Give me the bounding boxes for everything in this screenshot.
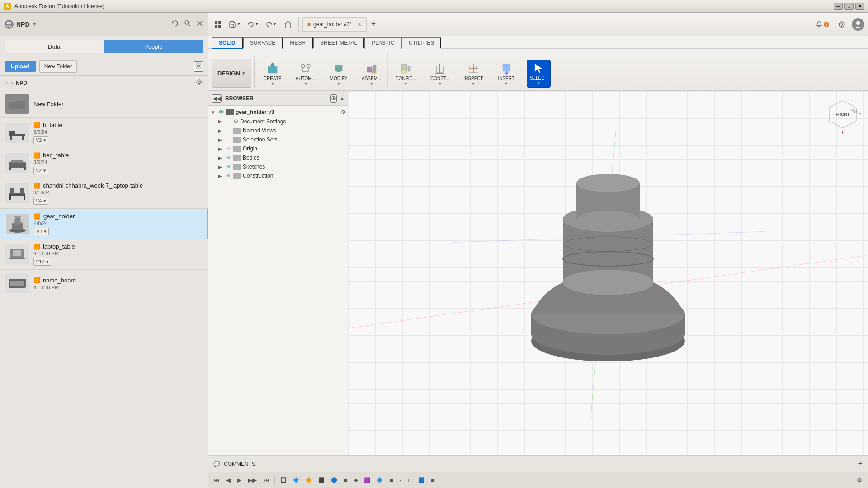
browser-toggle-button[interactable]: ◀◀	[212, 94, 222, 103]
modify-button[interactable]: MODIFY ▼	[327, 61, 350, 88]
home-button[interactable]	[281, 19, 295, 30]
tree-label-bodies: Bodies	[243, 155, 259, 161]
redo-button[interactable]: ▼	[263, 19, 279, 29]
tree-item-origin[interactable]: ▶ 👁 Origin	[208, 144, 348, 153]
list-item[interactable]: 🟧 laptop_table 4:18:38 PM V12 ▾	[0, 239, 208, 270]
file-date: 3/10/24	[33, 190, 202, 195]
browser-collapse-button[interactable]	[330, 94, 337, 103]
list-item[interactable]: 🟧 b_table 3/9/24 V2 ▾	[0, 118, 208, 148]
viewport[interactable]: FRONT RIGHT Z	[348, 91, 868, 455]
timeline-icon-1[interactable]: 🔲	[278, 476, 289, 484]
timeline-icon-5[interactable]: 🔵	[329, 476, 340, 484]
tree-item-selection-sets[interactable]: ▶ Selection Sets	[208, 135, 348, 144]
tab-surface[interactable]: SURFACE	[243, 37, 283, 49]
grid-view-button[interactable]	[212, 19, 224, 30]
tree-label-named-views: Named Views	[243, 127, 276, 134]
list-item[interactable]: 🟧 name_board 4:18:38 PM	[0, 270, 208, 297]
timeline-icon-2[interactable]: 🔷	[291, 476, 302, 484]
assemble-label: ASSEM...	[362, 76, 381, 81]
insert-button[interactable]: INSERT ▼	[495, 61, 518, 88]
team-selector[interactable]: NPD ▼	[5, 20, 37, 29]
list-item[interactable]: 🟧 bed_table 3/9/24 V2 ▾	[0, 148, 208, 178]
tree-item-construction[interactable]: ▶ 👁 Construction	[208, 171, 348, 180]
inspect-button[interactable]: INSPECT ▼	[461, 61, 486, 88]
team-dropdown-icon[interactable]: ▼	[33, 22, 37, 27]
version-badge[interactable]: V4 ▾	[33, 197, 48, 205]
version-badge[interactable]: V3 ▾	[34, 228, 49, 235]
skip-start-button[interactable]: ⏮	[212, 475, 222, 485]
bottom-settings-button[interactable]: ⚙	[854, 475, 864, 485]
list-item[interactable]: 🟧 chandni-chhabra_week-7_laptop-table 3/…	[0, 178, 208, 209]
tree-eye-origin[interactable]: 👁	[225, 146, 232, 151]
create-button[interactable]: CREATE ▼	[261, 61, 284, 88]
timeline-icon-6[interactable]: ◼	[341, 476, 350, 484]
panel-settings-button[interactable]	[194, 61, 203, 72]
tree-eye-construction[interactable]: 👁	[225, 173, 232, 178]
help-button[interactable]	[835, 19, 848, 30]
timeline-icon-4[interactable]: ⬛	[316, 476, 327, 484]
search-button[interactable]	[184, 20, 191, 28]
timeline-icon-14[interactable]: ◼	[429, 476, 437, 484]
timeline-icon-13[interactable]: 🟦	[416, 476, 427, 484]
tree-eye-sketches[interactable]: 👁	[225, 164, 232, 169]
tab-solid[interactable]: SOLID	[212, 37, 243, 49]
new-tab-button[interactable]: +	[368, 18, 379, 31]
home-icon[interactable]: ⌂	[5, 80, 8, 87]
skip-end-button[interactable]: ⏭	[261, 475, 271, 485]
close-left-panel-button[interactable]	[197, 20, 203, 28]
tree-settings-button[interactable]: ⚙	[341, 109, 346, 115]
list-item[interactable]: 🟧 gear_holder 4/8/24 V3 ▾	[0, 209, 208, 239]
undo-button[interactable]: ▼	[245, 19, 261, 29]
doc-tab-close-button[interactable]: ✕	[357, 21, 362, 28]
user-avatar[interactable]	[852, 18, 864, 31]
tree-eye-bodies[interactable]: 👁	[225, 155, 232, 160]
data-tab[interactable]: Data	[5, 40, 104, 53]
select-button[interactable]: SELECT ▼	[527, 60, 551, 88]
new-folder-button[interactable]: New Folder	[39, 60, 77, 73]
construct-button[interactable]: CONST... ▼	[428, 61, 452, 88]
timeline-icon-11[interactable]: ▪	[397, 476, 404, 484]
add-comment-button[interactable]: +	[858, 459, 863, 469]
tab-plastic[interactable]: PLASTIC	[364, 37, 401, 49]
tree-item-sketches[interactable]: ▶ 👁 Sketches	[208, 162, 348, 171]
tab-sheet-metal[interactable]: SHEET METAL	[313, 37, 364, 49]
design-mode-button[interactable]: DESIGN ▼	[212, 59, 251, 88]
save-button[interactable]: ▼	[226, 19, 243, 30]
tree-item-doc-settings[interactable]: ▶ ⚙ Document Settings	[208, 117, 348, 126]
timeline-icon-7[interactable]: ◆	[352, 476, 360, 484]
breadcrumb-settings-icon[interactable]	[196, 79, 203, 87]
notification-button[interactable]: 1	[813, 19, 832, 30]
minimize-button[interactable]: —	[834, 3, 843, 10]
tree-eye-root[interactable]: 👁	[217, 109, 225, 115]
timeline-icon-10[interactable]: ◼	[387, 476, 396, 484]
timeline-icon-12[interactable]: ◻	[406, 476, 414, 484]
version-badge[interactable]: V12 ▾	[33, 258, 51, 266]
tab-utilities[interactable]: UTILITIES	[401, 37, 441, 49]
play-button[interactable]: ▶	[235, 475, 244, 485]
version-badge[interactable]: V2 ▾	[33, 136, 48, 144]
upload-button[interactable]: Upload	[5, 61, 36, 72]
automate-button[interactable]: AUTOM... ▼	[293, 61, 318, 88]
timeline-icon-8[interactable]: 🟪	[362, 476, 373, 484]
tree-item-root[interactable]: ▼ 👁 gear_holder v3 ⚙	[208, 108, 348, 117]
list-item[interactable]: New Folder	[0, 90, 208, 118]
tree-item-named-views[interactable]: ▶ Named Views	[208, 126, 348, 135]
configure-button[interactable]: CONFIC... ▼	[392, 61, 419, 88]
toolbar-separator	[298, 17, 299, 32]
timeline-icon-3[interactable]: 🔶	[303, 476, 314, 484]
close-button[interactable]: ✕	[855, 3, 864, 10]
refresh-button[interactable]	[171, 20, 179, 28]
timeline-icon-9[interactable]: 🔷	[374, 476, 385, 484]
tree-item-bodies[interactable]: ▶ 👁 Bodies	[208, 153, 348, 162]
prev-button[interactable]: ◀	[224, 475, 233, 485]
browser-close-button[interactable]: ●	[340, 95, 344, 102]
file-name: 🟧 gear_holder	[34, 213, 202, 220]
people-tab[interactable]: People	[104, 40, 203, 53]
maximize-button[interactable]: □	[844, 3, 854, 10]
assemble-button[interactable]: ASSEM... ▼	[359, 61, 384, 88]
navigation-cube[interactable]: FRONT RIGHT Z	[825, 99, 861, 135]
tab-mesh[interactable]: MESH	[283, 37, 313, 49]
next-button[interactable]: ▶▶	[245, 475, 259, 485]
file-thumbnail	[5, 94, 29, 114]
version-badge[interactable]: V2 ▾	[33, 167, 48, 174]
